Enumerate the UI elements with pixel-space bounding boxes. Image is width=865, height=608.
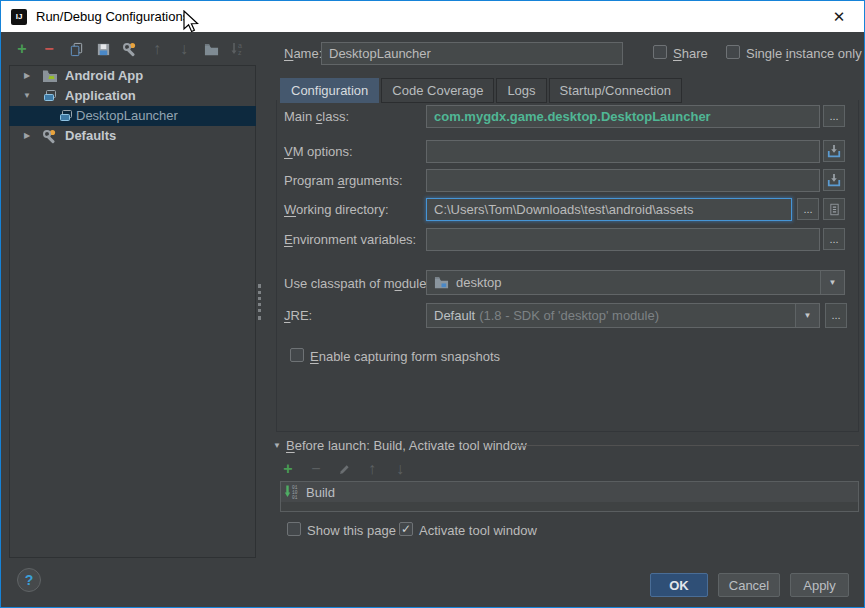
edit-task-button[interactable] [335, 460, 353, 478]
jre-combobox[interactable]: Default (1.8 - SDK of 'desktop' module) … [426, 303, 820, 328]
application-icon [42, 88, 58, 104]
dialog-title: Run/Debug Configurations [36, 9, 189, 24]
tree-item-label: Defaults [65, 128, 116, 143]
svg-text:a: a [238, 42, 242, 49]
tree-item-label: Android App [65, 68, 143, 83]
before-launch-item-label: Build [306, 485, 335, 500]
check-icon: ✓ [401, 523, 411, 535]
vm-options-field[interactable] [426, 140, 820, 163]
titlebar: IJ Run/Debug Configurations [1, 1, 864, 32]
question-icon: ? [25, 572, 34, 588]
module-combobox[interactable]: desktop ▼ [426, 270, 845, 295]
move-task-up-button[interactable]: ↑ [363, 460, 381, 478]
main-class-field[interactable]: com.mygdx.game.desktop.DesktopLauncher [426, 105, 820, 128]
close-icon[interactable]: ✕ [820, 1, 858, 32]
section-divider [514, 445, 859, 446]
remove-task-button[interactable]: − [307, 460, 325, 478]
working-directory-field[interactable]: C:\Users\Tom\Downloads\test\android\asse… [426, 198, 792, 221]
jre-browse-button[interactable]: ... [825, 303, 847, 328]
save-configuration-button[interactable] [94, 40, 112, 58]
tree-item-desktoplauncher-selected[interactable]: DesktopLauncher [9, 106, 256, 126]
edit-defaults-button[interactable] [121, 40, 139, 58]
add-configuration-button[interactable]: + [13, 40, 31, 58]
program-arguments-expand-button[interactable] [823, 169, 845, 191]
chevron-right-icon[interactable]: ▶ [24, 131, 30, 140]
cancel-button[interactable]: Cancel [718, 573, 780, 597]
collapse-section-icon[interactable]: ▼ [273, 441, 281, 450]
form-snapshots-label: Enable capturing form snapshots [310, 349, 500, 364]
intellij-logo-icon: IJ [11, 9, 27, 25]
chevron-right-icon[interactable]: ▶ [24, 71, 30, 80]
tab-logs[interactable]: Logs [496, 78, 546, 103]
before-launch-list[interactable]: 011001 Build [280, 481, 859, 512]
move-task-down-button[interactable]: ↓ [391, 460, 409, 478]
add-task-button[interactable]: + [279, 460, 297, 478]
tab-strip: Configuration Code Coverage Logs Startup… [280, 78, 684, 103]
svg-text:01: 01 [292, 495, 298, 500]
working-directory-browse-button[interactable]: ... [797, 198, 819, 220]
build-icon: 011001 [284, 484, 300, 500]
program-arguments-label: Program arguments: [284, 173, 403, 188]
activate-tool-window-label: Activate tool window [419, 523, 537, 538]
environment-variables-browse-button[interactable]: ... [823, 228, 845, 250]
tree-item-label: DesktopLauncher [76, 108, 178, 123]
remove-configuration-button[interactable]: − [40, 40, 58, 58]
vm-options-expand-button[interactable] [823, 140, 845, 162]
environment-variables-label: Environment variables: [284, 232, 416, 247]
tab-configuration[interactable]: Configuration [280, 78, 379, 103]
main-class-value: com.mygdx.game.desktop.DesktopLauncher [434, 109, 711, 124]
document-list-icon [828, 203, 841, 216]
name-input[interactable]: DesktopLauncher [321, 42, 623, 65]
apply-button[interactable]: Apply [790, 573, 849, 597]
show-this-page-checkbox[interactable] [287, 522, 301, 536]
application-icon [58, 108, 74, 124]
expand-field-icon [827, 144, 841, 158]
environment-variables-field[interactable] [426, 228, 820, 251]
move-down-button[interactable]: ↓ [175, 40, 193, 58]
single-instance-label: Single instance only [746, 46, 862, 61]
working-directory-label: Working directory: [284, 202, 389, 217]
tree-item-defaults[interactable]: ▶ Defaults [9, 126, 256, 146]
svg-text:z: z [238, 49, 242, 56]
vm-options-label: VM options: [284, 144, 353, 159]
chevron-down-icon[interactable]: ▼ [820, 271, 844, 294]
share-checkbox[interactable] [653, 45, 667, 59]
before-launch-toolbar: + − ↑ ↓ [279, 460, 409, 478]
working-directory-macros-button[interactable] [823, 198, 845, 220]
before-launch-title: Before launch: Build, Activate tool wind… [286, 438, 527, 453]
splitter-handle[interactable] [258, 284, 261, 320]
help-button[interactable]: ? [17, 568, 41, 592]
tab-code-coverage[interactable]: Code Coverage [381, 78, 494, 103]
copy-configuration-button[interactable] [67, 40, 85, 58]
program-arguments-field[interactable] [426, 169, 820, 192]
show-this-page-label: Show this page [307, 523, 396, 538]
expand-field-icon [827, 173, 841, 187]
pencil-icon [338, 463, 351, 476]
main-class-browse-button[interactable]: ... [823, 105, 845, 127]
working-directory-value: C:\Users\Tom\Downloads\test\android\asse… [434, 202, 693, 217]
configurations-toolbar: + − ↑ ↓ az [13, 40, 247, 58]
ok-button[interactable]: OK [650, 573, 708, 597]
name-value: DesktopLauncher [329, 46, 431, 61]
jre-combobox-hint: (1.8 - SDK of 'desktop' module) [479, 308, 659, 323]
jre-label: JRE: [284, 308, 312, 323]
activate-tool-window-checkbox[interactable]: ✓ [399, 522, 413, 536]
jre-combobox-value: Default [434, 308, 475, 323]
tree-item-android-app[interactable]: ▶ Android App [9, 66, 256, 86]
android-app-icon [42, 68, 58, 84]
share-label: Share [673, 46, 708, 61]
move-up-button[interactable]: ↑ [148, 40, 166, 58]
chevron-down-icon[interactable]: ▼ [23, 91, 31, 100]
name-label: Name: [284, 46, 322, 61]
form-snapshots-checkbox[interactable] [290, 348, 304, 362]
mouse-cursor-icon [182, 10, 201, 36]
sort-configurations-button[interactable]: az [229, 40, 247, 58]
before-launch-item-build[interactable]: 011001 Build [281, 482, 858, 502]
chevron-down-icon[interactable]: ▼ [795, 304, 819, 327]
use-classpath-label: Use classpath of module: [284, 276, 430, 291]
run-debug-configurations-dialog: IJ Run/Debug Configurations ✕ + − ↑ ↓ az… [0, 0, 865, 608]
tab-startup-connection[interactable]: Startup/Connection [549, 78, 682, 103]
tree-item-application[interactable]: ▼ Application [9, 86, 256, 106]
create-folder-button[interactable] [202, 40, 220, 58]
single-instance-checkbox[interactable] [726, 45, 740, 59]
